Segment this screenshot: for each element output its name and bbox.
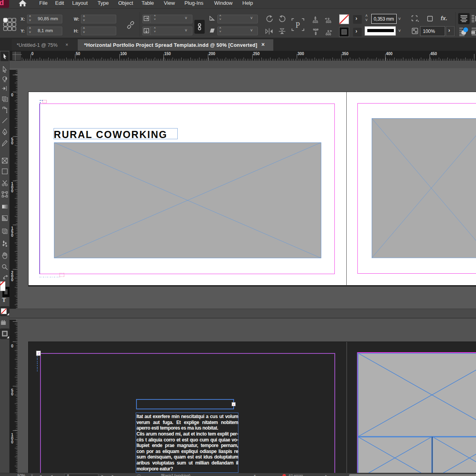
svg-text:P: P [296,21,300,29]
